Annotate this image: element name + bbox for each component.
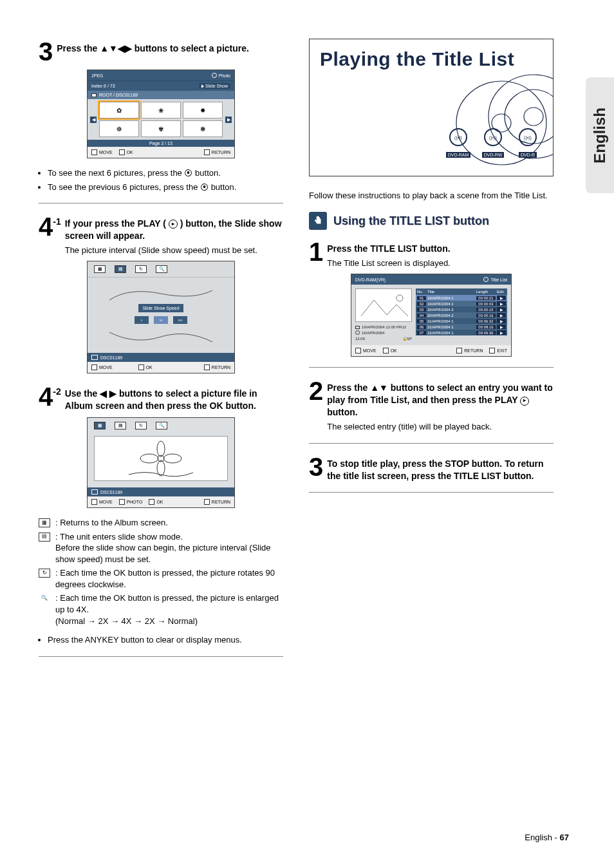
panel1-head-left: JPEG (91, 73, 103, 78)
r-step3-bold: To stop title play, press the STOP butto… (327, 458, 543, 481)
tl-foot-move: MOVE (363, 348, 377, 353)
legend-4: : Each time the OK button is pressed, th… (55, 592, 283, 627)
next-page-icon: ▶ (225, 117, 232, 123)
flower-sketch-small2 (103, 329, 219, 346)
title-list-panel: DVD-RAM(VR) Title List 19/APR/2004 12:00… (351, 274, 512, 357)
panel2-foot-ok: OK (146, 365, 153, 370)
anykey-bullet: Press the ANYKEY button to clear or disp… (48, 634, 283, 646)
left-column: 3 Press the ▲▼◀▶ buttons to select a pic… (39, 39, 283, 667)
r-step-2: 2 Press the ▲▼ buttons to select an entr… (309, 378, 554, 432)
r-step1-num: 1 (309, 239, 323, 265)
title-banner: Playing the Title List ((•))DVD-RAM ((•)… (309, 39, 554, 176)
r-step2-bold: Press the ▲▼ buttons to select an entry … (327, 382, 553, 417)
speed-banner: Slide Show Speed (138, 304, 183, 312)
album-tab-icon-2: ▦ (94, 422, 106, 429)
panel1-foot-ok: OK (127, 150, 133, 155)
svg-point-1 (157, 441, 165, 457)
r-step2-note: The selected entry (title) will be playe… (327, 421, 554, 433)
subheading: Using the TITLE LIST button (333, 214, 489, 228)
legend-1: : Returns to the Album screen. (55, 517, 168, 529)
r-step3-num: 3 (309, 454, 323, 480)
title-list-row: 0521/APR/2004 100:06:32▶ (416, 318, 507, 324)
panel2-foot-return: RETURN (212, 365, 230, 370)
speed-opt-2: ›› (154, 316, 168, 324)
panel3-foot-return: RETURN (212, 500, 230, 504)
title-list-row: 0420/APR/2004 200:00:16▶ (416, 312, 507, 318)
step4a-bold: If your press the PLAY ( ▸ ) button, the… (65, 218, 282, 241)
photo-preview (94, 436, 228, 481)
speed-opt-3: ››› (173, 316, 187, 324)
panel1-pager: Page 2 / 13 (88, 140, 234, 147)
play-icon-2: ▸ (520, 397, 529, 406)
svg-point-4 (163, 454, 181, 463)
r-step-1: 1 Press the TITLE LIST button. The Title… (309, 239, 554, 269)
panel1-head-right: Photo (219, 73, 230, 78)
page-footer: English - 67 (525, 833, 569, 842)
title-list-row: 0621/APR/2004 100:08:16▶ (416, 324, 507, 330)
svg-point-10 (396, 295, 403, 301)
slideshow-tab-icon-2: ▤ (115, 422, 126, 429)
panel3-foot-photo: PHOTO (127, 500, 143, 504)
tl-foot-ok: OK (391, 348, 397, 353)
panel1-foot-return: RETURN (212, 150, 230, 155)
flower-sketch-small (103, 284, 219, 303)
photo-view-panel: ▦ ▤ ↻ 🔍 DSC01189 MOVE PHOTO OK RETURN (87, 417, 235, 508)
panel2-foot-move: MOVE (99, 365, 113, 370)
title-list-row: 0219/APR/2004 100:00:03▶ (416, 301, 507, 307)
tl-hdr-title: Title (427, 290, 475, 294)
speed-opt-1: › (135, 316, 149, 324)
step4b-bold: Use the ◀ ▶ buttons to select a picture … (65, 388, 257, 411)
intro-text: Follow these instructions to play back a… (309, 191, 554, 200)
tl-info-3a: 12:00 (355, 337, 365, 341)
panel1-foot-move: MOVE (99, 150, 113, 155)
step4a-number: 4 (39, 214, 53, 240)
album-tab-icon: ▦ (94, 265, 106, 273)
thumb-3: ✹ (183, 102, 223, 118)
legend-3: : Each time the OK button is pressed, th… (55, 567, 283, 590)
r-step-3: 3 To stop title play, press the STOP but… (309, 454, 554, 482)
thumb-6: ❃ (183, 120, 223, 137)
tl-hdr-no: No. (417, 290, 426, 294)
tl-preview (355, 288, 412, 322)
svg-point-3 (140, 454, 158, 463)
tl-info-2: 19/APR/2004 (362, 331, 385, 335)
rotate-tab-icon: ↻ (135, 265, 147, 273)
tl-head-l: DVD-RAM(VR) (355, 278, 386, 282)
right-column: Playing the Title List ((•))DVD-RAM ((•)… (309, 39, 554, 667)
rotate-icon: ↻ (39, 569, 50, 578)
r-step1-note: The Title List screen is displayed. (327, 258, 450, 269)
badge-dvd-rw: ((•))DVD-RW (478, 128, 508, 159)
footer-page: 67 (560, 833, 569, 842)
rotate-tab-icon-2: ↻ (135, 422, 147, 429)
title-list-row: 0320/APR/2004 200:00:15▶ (416, 307, 507, 312)
panel3-dsc: DSC01189 (100, 490, 122, 495)
r-step1-bold: Press the TITLE LIST button. (327, 243, 450, 254)
panel1-slideshow: Slide Show (205, 84, 228, 88)
tl-hdr-length: Length (476, 290, 496, 294)
tl-head-r: Title List (490, 278, 507, 282)
badge-dvd-r: ((•))DVD-R (513, 128, 543, 159)
prev-page-icon: ◀ (90, 117, 97, 123)
badge-dvd-ram: ((•))DVD-RAM (443, 128, 473, 159)
slideshow-icon: ▤ (39, 533, 50, 542)
tl-info-3b: SP (407, 337, 412, 341)
step-4-1: 4 -1 If your press the PLAY ( ▸ ) button… (39, 214, 283, 256)
r-step2-num: 2 (309, 378, 323, 404)
jpeg-index-panel: JPEG Photo Index 6 / 73 Slide Show ROOT … (87, 70, 235, 158)
panel1-index: Index 6 / 73 (91, 84, 115, 88)
legend-2: : The unit enters slide show mode. Befor… (55, 531, 283, 565)
step3-arrows: ▲▼◀▶ (100, 43, 132, 53)
hand-icon (309, 212, 327, 230)
slideshow-tab-icon: ▤ (115, 265, 126, 273)
step3-text-b: buttons to select a picture. (132, 43, 249, 53)
title-list-row: 0119/APR/2004 100:00:21▶ (416, 295, 507, 301)
tl-foot-return: RETURN (464, 348, 483, 353)
thumb-1: ✿ (99, 102, 139, 118)
album-icon: ▦ (39, 518, 50, 527)
step4b-sub: -2 (53, 386, 60, 397)
panel3-foot-move: MOVE (99, 500, 113, 504)
step4a-note: The picture interval (Slide show speed) … (65, 245, 283, 256)
zoom-tab-icon: 🔍 (156, 265, 167, 273)
svg-point-2 (157, 460, 165, 476)
step4a-sub: -1 (53, 216, 60, 227)
